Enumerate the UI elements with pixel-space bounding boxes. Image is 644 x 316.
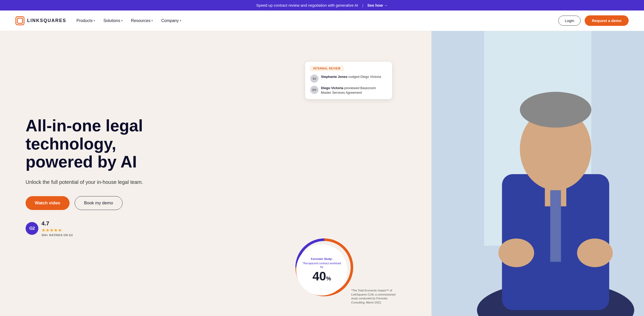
- hero-subtitle: Unlock the full potential of your in-hou…: [26, 178, 179, 186]
- hero-person-svg: [431, 31, 644, 316]
- svg-rect-1: [17, 18, 23, 23]
- book-demo-button[interactable]: Book my demo: [75, 196, 123, 210]
- g2-number: 4.7: [41, 220, 73, 227]
- chevron-down-icon: ▾: [94, 19, 95, 22]
- g2-stars: ★★★★★: [41, 227, 73, 233]
- activity-text-1: Stephanie Jones nudged Diego Victoria: [321, 75, 381, 79]
- activity-item-2: DV Diego Victoria previewed Basezoom Mas…: [310, 86, 387, 95]
- hero-title: All-in-one legal technology, powered by …: [26, 117, 179, 171]
- chevron-down-icon: ▾: [151, 19, 153, 22]
- logo-icon: [15, 16, 25, 25]
- nav-left: LINKSQUARES Products ▾ Solutions ▾ Resou…: [15, 16, 181, 25]
- svg-point-7: [520, 92, 592, 128]
- logo-text: LINKSQUARES: [27, 18, 66, 23]
- hero-section: All-in-one legal technology, powered by …: [0, 31, 644, 316]
- chevron-down-icon: ▾: [121, 19, 123, 22]
- forrester-sublabel: *Recaptured contract workload by: [301, 261, 342, 269]
- g2-info: 4.7 ★★★★★ 300+ RATINGS ON G2: [41, 220, 73, 237]
- activity-text-2: Diego Victoria previewed Basezoom Master…: [321, 86, 387, 95]
- activity-rest-1: nudged Diego Victoria: [347, 75, 381, 79]
- forrester-note: *The Total Economic Impact™ of LinkSquar…: [351, 289, 402, 304]
- banner-text: Speed up contract review and negotiation…: [256, 3, 358, 7]
- avatar-sj: SJ: [310, 75, 318, 83]
- arrow-icon: →: [384, 3, 388, 7]
- activity-item-1: SJ Stephanie Jones nudged Diego Victoria: [310, 75, 387, 83]
- svg-point-11: [577, 239, 613, 267]
- forrester-stat: 40%: [313, 270, 331, 282]
- nav-right: Login Request a demo: [558, 15, 629, 26]
- top-banner: Speed up contract review and negotiation…: [0, 0, 644, 10]
- nav-solutions-label: Solutions: [103, 18, 120, 23]
- navbar: LINKSQUARES Products ▾ Solutions ▾ Resou…: [0, 10, 644, 31]
- nav-resources-label: Resources: [131, 18, 150, 23]
- forrester-number: 40: [313, 269, 326, 283]
- g2-label: 300+ RATINGS ON G2: [41, 234, 73, 237]
- banner-divider: |: [362, 3, 363, 7]
- nav-item-solutions[interactable]: Solutions ▾: [103, 18, 123, 23]
- g2-rating: G2 4.7 ★★★★★ 300+ RATINGS ON G2: [26, 220, 179, 237]
- person-image: [431, 31, 644, 316]
- nav-company-label: Company: [161, 18, 179, 23]
- nav-item-company[interactable]: Company ▾: [161, 18, 181, 23]
- activity-card: INTERNAL REVIEW SJ Stephanie Jones nudge…: [305, 62, 392, 99]
- forrester-card: Forrester Study: *Recaptured contract wo…: [296, 244, 347, 296]
- svg-point-10: [498, 239, 534, 267]
- see-how-label: See how: [367, 3, 383, 7]
- hero-content: All-in-one legal technology, powered by …: [26, 117, 179, 236]
- hero-right: INTERNAL REVIEW SJ Stephanie Jones nudge…: [290, 31, 644, 316]
- logo[interactable]: LINKSQUARES: [15, 16, 66, 25]
- svg-rect-9: [550, 190, 561, 262]
- nav-item-products[interactable]: Products ▾: [76, 18, 95, 23]
- nav-products-label: Products: [76, 18, 93, 23]
- nav-links: Products ▾ Solutions ▾ Resources ▾ Compa…: [76, 18, 181, 23]
- login-button[interactable]: Login: [558, 16, 581, 26]
- activity-bold-2: Diego Victoria: [321, 86, 343, 90]
- g2-badge: G2: [26, 222, 38, 235]
- forrester-label: Forrester Study:: [311, 257, 333, 260]
- forrester-percent: %: [326, 275, 331, 282]
- activity-bold-1: Stephanie Jones: [321, 75, 347, 79]
- see-how-link[interactable]: See how →: [367, 3, 388, 7]
- nav-item-resources[interactable]: Resources ▾: [131, 18, 153, 23]
- request-demo-button[interactable]: Request a demo: [585, 15, 629, 26]
- hero-buttons: Watch video Book my demo: [26, 196, 179, 210]
- avatar-dv: DV: [310, 86, 318, 94]
- chevron-down-icon: ▾: [180, 19, 181, 22]
- watch-video-button[interactable]: Watch video: [26, 196, 70, 210]
- activity-badge: INTERNAL REVIEW: [310, 66, 343, 71]
